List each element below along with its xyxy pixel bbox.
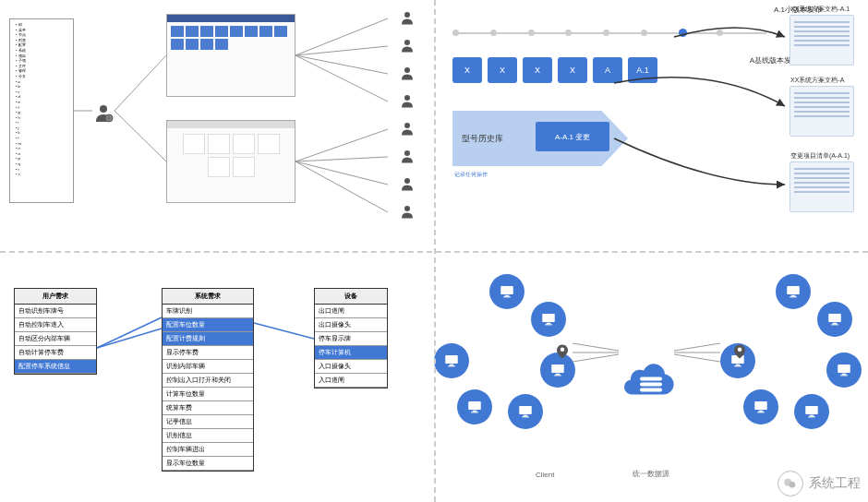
separator-horizontal	[0, 251, 868, 253]
svg-point-0	[100, 105, 107, 113]
table-row: 记季信息	[163, 415, 253, 429]
client-node	[743, 389, 778, 424]
table-row: 入口摄像头	[315, 360, 387, 374]
client-node	[531, 302, 566, 337]
quadrant-top-right: A.1小版本发布 A基线版本发布 XXXXAA.1 型号历史库 A-A.1 变更…	[434, 0, 868, 251]
svg-rect-51	[805, 406, 818, 414]
table-row: 车牌识别	[163, 305, 253, 318]
client-node	[457, 389, 492, 424]
user-list	[399, 9, 416, 220]
table-row: 自动控制车道入	[15, 318, 96, 332]
document-changelist: 变更项目清单(A-A.1)	[790, 161, 854, 212]
table-row: 控制车辆进出	[163, 443, 253, 457]
table-device: 设备出口道闸出口摄像头停车显示牌停车计算机入口摄像头入口道闸	[314, 288, 388, 388]
quadrant-bottom-left: 用户需求自动识别车牌号自动控制车道入自动区分内部车辆自动计算停车费配置停车系统信…	[0, 251, 434, 502]
version-box: X	[523, 57, 552, 83]
history-label: 型号历史库	[462, 133, 503, 145]
table-row: 配置计费规则	[163, 332, 253, 346]
svg-rect-49	[842, 374, 847, 376]
user-icon	[399, 9, 416, 26]
svg-rect-39	[445, 355, 458, 364]
svg-rect-33	[519, 406, 532, 414]
client-label: Client	[536, 471, 554, 479]
svg-rect-31	[556, 374, 561, 376]
watermark: 系统工程	[778, 471, 861, 496]
pin-icon-right	[731, 343, 748, 364]
quadrant-top-left: • 树• 菜单• 节点• 列表• 配置• 系统• 项目• 子项• 文件• 管理•…	[0, 0, 434, 251]
document-minor: XX系统方案文档-A.1	[790, 15, 854, 66]
pin-icon-left	[554, 343, 571, 364]
svg-line-17	[295, 129, 388, 161]
svg-line-70	[674, 354, 720, 362]
svg-rect-36	[468, 401, 481, 410]
svg-rect-47	[831, 324, 838, 325]
svg-point-6	[404, 123, 410, 128]
version-box: X	[452, 57, 482, 83]
svg-rect-42	[787, 286, 800, 294]
change-box: A-A.1 变更	[536, 122, 609, 151]
user-icon	[399, 120, 416, 137]
svg-point-5	[404, 95, 410, 101]
svg-line-14	[295, 46, 388, 55]
table-row: 识别内部车辆	[163, 360, 253, 374]
svg-rect-46	[833, 323, 838, 325]
svg-line-18	[295, 157, 388, 161]
svg-rect-63	[640, 383, 662, 387]
table-row: 显示停车费	[163, 346, 253, 360]
svg-point-72	[790, 482, 796, 488]
table-row: 停车计算机	[315, 346, 387, 360]
table-row: 配置车位数量	[163, 318, 253, 332]
svg-line-23	[254, 323, 314, 339]
svg-line-22	[97, 329, 162, 348]
admin-user-icon	[92, 102, 115, 124]
table-row: 自动区分内部车辆	[15, 332, 96, 346]
table-row: 出口道闸	[315, 305, 387, 318]
svg-rect-45	[828, 314, 841, 322]
svg-rect-54	[754, 401, 767, 410]
svg-rect-50	[840, 375, 848, 376]
user-icon	[399, 203, 416, 220]
table-row: 配置停车系统信息	[15, 360, 96, 374]
svg-line-69	[674, 343, 720, 351]
svg-rect-41	[448, 365, 455, 366]
svg-rect-55	[759, 411, 764, 412]
user-icon	[399, 37, 416, 54]
client-node	[776, 274, 811, 309]
version-boxes: XXXXAA.1	[452, 57, 657, 83]
svg-rect-62	[640, 377, 662, 381]
svg-line-13	[295, 18, 388, 55]
client-node	[489, 274, 524, 309]
record-note: 记录住何操作	[454, 171, 488, 179]
svg-rect-56	[757, 412, 765, 412]
table-row: 控制出入口打开和关闭	[163, 374, 253, 388]
svg-line-12	[115, 111, 166, 161]
table-user-req: 用户需求自动识别车牌号自动控制车道入自动区分内部车辆自动计算停车费配置停车系统信…	[14, 288, 97, 375]
table-row: 自动计算停车费	[15, 346, 96, 360]
svg-rect-34	[524, 415, 528, 417]
svg-rect-52	[810, 415, 814, 417]
svg-point-4	[404, 67, 410, 73]
table-row: 计算车位数量	[163, 388, 253, 401]
wechat-icon	[778, 471, 803, 496]
client-node	[434, 343, 469, 378]
svg-point-60	[561, 348, 565, 353]
svg-point-9	[404, 206, 410, 211]
tree-panel: • 树• 菜单• 节点• 列表• 配置• 系统• 项目• 子项• 文件• 管理•…	[9, 18, 74, 203]
ui-screenshot-top	[166, 14, 295, 97]
ui-screenshot-bottom	[166, 120, 295, 203]
table-row: 识别信息	[163, 429, 253, 443]
user-icon	[399, 65, 416, 81]
svg-rect-38	[471, 412, 478, 412]
svg-rect-53	[808, 416, 815, 417]
table-row: 入口道闸	[315, 374, 387, 388]
svg-line-19	[295, 161, 388, 185]
svg-point-7	[404, 150, 410, 156]
svg-rect-25	[505, 295, 510, 297]
svg-rect-32	[554, 375, 561, 376]
svg-rect-28	[547, 323, 551, 325]
svg-line-66	[573, 343, 619, 351]
client-node	[826, 353, 862, 388]
svg-rect-37	[473, 411, 477, 412]
table-row: 停车显示牌	[315, 332, 387, 346]
svg-rect-30	[551, 365, 564, 373]
